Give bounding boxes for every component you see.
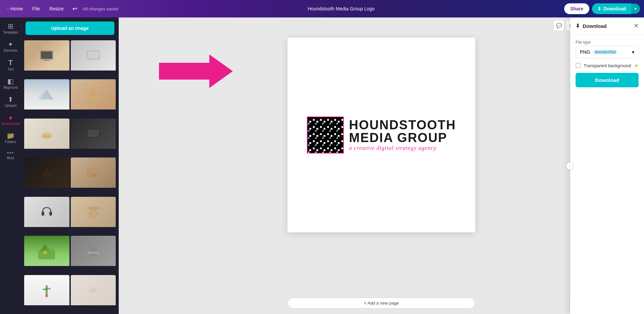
- svg-rect-25: [49, 212, 52, 216]
- add-page-button[interactable]: + Add a new page: [287, 298, 475, 309]
- list-item[interactable]: [24, 79, 69, 117]
- list-item[interactable]: [71, 40, 116, 78]
- resize-button[interactable]: Resize: [46, 4, 67, 13]
- svg-rect-48: [308, 117, 343, 153]
- left-sidebar: ⊞ Templates ✦ Elements T Text ◧ Bkground…: [0, 17, 21, 314]
- share-button[interactable]: Share: [564, 3, 589, 14]
- file-label: File: [32, 6, 40, 11]
- sidebar-item-text[interactable]: T Text: [1, 56, 20, 74]
- image-grid: HUSTLE: [21, 39, 118, 314]
- sidebar-item-text-label: Text: [7, 68, 13, 71]
- list-item[interactable]: [71, 197, 116, 234]
- image-thumbnail: [24, 158, 69, 188]
- image-thumbnail: [71, 275, 116, 305]
- logo-container: HOUNDSTOOTH MEDIA GROUP a creative digit…: [307, 117, 456, 153]
- download-panel-title: ⬇ Download: [576, 23, 607, 29]
- svg-point-28: [87, 207, 100, 210]
- top-nav: ‹ Home File Resize ↩ All changes saved H…: [0, 0, 644, 17]
- list-item[interactable]: [24, 236, 69, 273]
- sidebar-item-uploads-label: Uploads: [4, 104, 17, 107]
- sidebar-item-background[interactable]: ◧ Bkground: [1, 75, 20, 92]
- svg-point-26: [88, 208, 99, 219]
- svg-point-32: [43, 251, 47, 254]
- download-dropdown-button[interactable]: ▾: [631, 4, 640, 14]
- logo-main-line2: MEDIA GROUP: [349, 131, 456, 144]
- sidebar-item-elements[interactable]: ✦ Elements: [1, 38, 20, 55]
- logo-main-line1: HOUNDSTOOTH: [349, 119, 456, 131]
- suggested-badge: SUGGESTED: [593, 50, 618, 55]
- list-item[interactable]: [24, 158, 69, 195]
- list-item[interactable]: [71, 158, 116, 195]
- logo-text-group: HOUNDSTOOTH MEDIA GROUP a creative digit…: [349, 119, 456, 151]
- image-thumbnail: [24, 197, 69, 227]
- upload-image-button[interactable]: Upload an image: [25, 21, 114, 35]
- sidebar-item-folders-label: Folders: [5, 140, 16, 144]
- canvas-page[interactable]: HOUNDSTOOTH MEDIA GROUP a creative digit…: [287, 38, 475, 232]
- sidebar-item-templates[interactable]: ⊞ Templates: [1, 20, 20, 37]
- uploads-panel: Upload an image: [21, 17, 119, 314]
- image-thumbnail: HUSTLE: [71, 236, 116, 266]
- transparent-bg-checkbox[interactable]: [576, 63, 581, 68]
- download-action-button[interactable]: Download: [576, 73, 639, 87]
- comment-tool-button[interactable]: 💬: [553, 20, 564, 31]
- background-icon: ◧: [7, 78, 14, 85]
- list-item[interactable]: [24, 197, 69, 234]
- svg-text:HUSTLE: HUSTLE: [88, 251, 99, 254]
- sidebar-item-more[interactable]: ••• More: [1, 148, 20, 163]
- undo-button[interactable]: ↩: [70, 4, 80, 14]
- download-icon: ⬇: [597, 6, 601, 11]
- more-icon: •••: [7, 150, 14, 155]
- undo-icon: ↩: [72, 5, 77, 12]
- close-panel-button[interactable]: ✕: [634, 22, 639, 30]
- image-thumbnail: [71, 79, 116, 109]
- file-type-dropdown[interactable]: PNG SUGGESTED ▾: [576, 46, 639, 58]
- home-button[interactable]: ‹ Home: [4, 4, 26, 13]
- svg-rect-2: [43, 60, 50, 61]
- list-item[interactable]: [71, 275, 116, 313]
- file-button[interactable]: File: [29, 4, 43, 13]
- list-item[interactable]: [24, 119, 69, 156]
- pink-arrow: [159, 51, 233, 91]
- download-panel-title-text: Download: [583, 23, 607, 29]
- download-main-button[interactable]: ⬇ Download: [592, 3, 631, 14]
- svg-rect-29: [38, 251, 55, 259]
- sidebar-item-folders[interactable]: 📁 Folders: [1, 130, 20, 146]
- svg-point-14: [43, 132, 51, 135]
- resize-label: Resize: [49, 6, 64, 11]
- svg-point-22: [92, 174, 95, 178]
- home-label: Home: [10, 6, 23, 11]
- download-arrow-icon: ▾: [635, 6, 637, 11]
- collapse-icon: ›: [569, 164, 570, 168]
- list-item[interactable]: [24, 275, 69, 313]
- list-item[interactable]: [71, 119, 116, 156]
- folders-icon: 📁: [6, 132, 15, 139]
- list-item[interactable]: HUSTLE: [71, 236, 116, 273]
- sidebar-item-houndstooth[interactable]: ♦ Houndstooth: [1, 111, 20, 128]
- image-thumbnail: [24, 119, 69, 149]
- download-main-label: Download: [603, 6, 626, 11]
- image-thumbnail: [24, 40, 69, 71]
- saved-indicator: All changes saved: [83, 6, 118, 11]
- list-item[interactable]: [71, 79, 116, 117]
- list-item[interactable]: [24, 40, 69, 78]
- image-thumbnail: [71, 119, 116, 149]
- transparent-bg-row: Transparent background ★: [576, 63, 639, 68]
- back-chevron: ‹: [7, 6, 9, 11]
- templates-icon: ⊞: [8, 23, 13, 30]
- svg-rect-17: [90, 138, 97, 139]
- svg-point-20: [48, 169, 51, 171]
- collapse-panel-button[interactable]: ›: [566, 162, 574, 170]
- svg-rect-37: [46, 288, 51, 289]
- svg-point-19: [43, 169, 46, 172]
- image-thumbnail: [71, 197, 116, 227]
- sidebar-item-houndstooth-label: Houndstooth: [1, 122, 20, 126]
- image-thumbnail: [71, 40, 116, 71]
- elements-icon: ✦: [8, 41, 13, 48]
- main-area: ⊞ Templates ✦ Elements T Text ◧ Bkground…: [0, 17, 644, 314]
- uploads-icon: ⬆: [8, 96, 13, 103]
- file-type-label: File type: [576, 40, 639, 45]
- dropdown-chevron-icon: ▾: [632, 49, 634, 55]
- sidebar-item-uploads[interactable]: ⬆ Uploads: [1, 93, 20, 110]
- image-thumbnail: [24, 275, 69, 305]
- svg-point-40: [89, 288, 97, 293]
